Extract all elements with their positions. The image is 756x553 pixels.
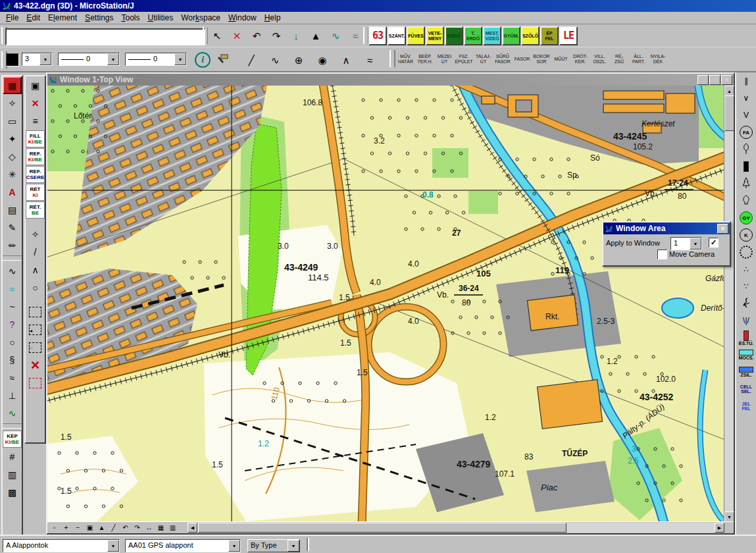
menu-item-window[interactable]: Window <box>226 13 262 23</box>
feature-button-7[interactable]: FASOR <box>513 49 532 70</box>
update-view-button[interactable]: ▣ <box>26 76 45 94</box>
scrollbar-thumb[interactable] <box>198 523 567 533</box>
feature-button-5[interactable]: TALAJ-ÚT <box>474 49 493 70</box>
scrollbar-thumb[interactable] <box>724 95 734 131</box>
view-attributes-icon[interactable]: ▫ <box>49 523 60 532</box>
view-previous-icon[interactable]: ↶ <box>120 523 131 532</box>
fill-toggle-button[interactable]: FILLKI/BE <box>26 130 45 147</box>
image-folder-tool[interactable]: ▥ <box>3 465 22 483</box>
attribute-button-5[interactable]: ERDŐ <box>445 26 463 45</box>
modify-curve-tool[interactable]: ~ <box>3 298 22 315</box>
attribute-button-8[interactable]: GYÜM. <box>502 26 520 45</box>
zigzag-tool[interactable]: ≈ <box>3 369 22 386</box>
feature-button-8[interactable]: BOKORSOR <box>532 49 551 70</box>
map-view[interactable]: 106.8Lőtér3.2Kertészet43-4245105.2SóSp.1… <box>47 86 724 522</box>
menu-item-workspace[interactable]: Workspace <box>178 13 226 23</box>
double-chevron-symbol[interactable]: ∨ <box>736 90 756 107</box>
kep-toggle-button[interactable]: KÉPKI/BE <box>3 430 22 448</box>
dots-symbol[interactable]: ∴ <box>736 261 756 278</box>
color-index-combo[interactable]: 3▼ <box>22 53 52 66</box>
feature-button-1[interactable]: MŰV.HATÁR <box>396 49 415 70</box>
scroll-left-icon[interactable]: ◀ <box>188 523 197 533</box>
feature-button-14[interactable]: NYILA-DÉK <box>649 49 668 70</box>
feature-button-9[interactable]: MŰÚT <box>551 49 570 70</box>
curve-points-icon[interactable]: ∿ <box>326 27 345 45</box>
pattern-fill-tool[interactable]: ▩ <box>3 483 22 501</box>
attribute-button-11[interactable]: LE <box>559 26 578 45</box>
place-circle-tool[interactable]: ○ <box>26 278 45 296</box>
bush-symbol[interactable] <box>736 192 756 209</box>
feature-button-11[interactable]: VILL.OSZL. <box>590 49 609 70</box>
copy-view-tool[interactable]: ◇ <box>3 147 22 165</box>
key-in-field[interactable] <box>5 28 205 45</box>
menu-item-utilities[interactable]: Utilities <box>145 13 179 23</box>
mocs-symbol[interactable]: MOCS. <box>736 346 756 363</box>
copy-element-tool[interactable]: ▤ <box>3 201 22 219</box>
raster-view-icon[interactable]: ▲ <box>307 27 325 45</box>
spline-tool-icon[interactable]: ≈ <box>361 51 379 69</box>
fence-delete-tool[interactable]: ✕ <box>26 356 45 374</box>
feature-button-6[interactable]: SŰRŰFASOR <box>493 49 513 70</box>
lamp-pair-tool[interactable]: ✦ <box>3 130 22 147</box>
valley-symbol[interactable]: V <box>736 107 756 124</box>
redo-icon[interactable]: ↷ <box>267 27 286 45</box>
layer-on-button[interactable]: RÉT.BE <box>26 201 45 219</box>
place-text-tool[interactable]: A <box>3 183 22 201</box>
curve-segment-icon[interactable]: ≈ <box>346 27 365 45</box>
angle-tool-icon[interactable]: ∧ <box>337 51 355 69</box>
attribute-button-6[interactable]: T.ERDŐ <box>464 26 482 45</box>
k-symbol[interactable]: K <box>736 226 756 244</box>
fa-tree-symbol[interactable]: FA <box>736 124 756 141</box>
chevron-down-icon[interactable]: ▼ <box>107 53 119 65</box>
window-number-combo[interactable]: 1 ▼ <box>670 237 702 250</box>
attribute-button-4[interactable]: VETE-MÉNY <box>426 26 444 45</box>
pattern-star-tool[interactable]: ✳ <box>3 165 22 183</box>
fence-contents-tool[interactable] <box>26 338 45 356</box>
attribute-button-10[interactable]: ÉPFEL <box>540 26 559 45</box>
compress-design-tool[interactable]: ▦ <box>3 76 22 94</box>
text-list-button[interactable]: ≡ <box>26 112 45 130</box>
zoom-out-icon[interactable]: − <box>72 523 84 532</box>
feature-button-13[interactable]: ÁLL.PART. <box>629 49 648 70</box>
delete-element-icon[interactable]: ✕ <box>228 27 246 45</box>
chevron-tool[interactable]: ∧ <box>26 261 45 278</box>
deciduous-tree-symbol[interactable] <box>736 141 756 158</box>
line-tool-icon[interactable]: ╱ <box>242 51 261 69</box>
ref-swap-button[interactable]: REF.CSERE <box>26 165 45 183</box>
attribute-button-7[interactable]: MEST.VIZEŐ <box>483 26 501 45</box>
hammer-icon[interactable] <box>213 51 232 69</box>
dots-column-symbol[interactable]: ∵ <box>736 278 756 295</box>
cell-combo[interactable]: AA01 GPS alappont ▼ <box>125 539 241 552</box>
curve-tool-icon[interactable]: ∿ <box>266 51 284 69</box>
scroll-right-icon[interactable]: ▶ <box>715 523 724 533</box>
curve-query-tool[interactable]: ∿ <box>3 262 22 280</box>
fence-rect-tool[interactable] <box>26 303 45 321</box>
green-curve-tool[interactable]: ∿ <box>3 404 22 422</box>
estu-symbol[interactable]: ÉS.TÜ. <box>736 329 756 346</box>
construct-light-line-tool[interactable]: ✧ <box>3 94 22 112</box>
close-icon[interactable]: ✕ <box>721 75 732 85</box>
pine-tree-symbol[interactable] <box>736 175 756 192</box>
app-title-bar[interactable]: 43-422.dgn (3D) - MicroStation/J <box>0 0 756 12</box>
toolbar-grip[interactable] <box>390 50 395 67</box>
menu-item-help[interactable]: Help <box>262 13 286 23</box>
pointer-icon[interactable]: ↖ <box>208 27 226 45</box>
maximize-icon[interactable]: □ <box>709 75 720 85</box>
s-curve-tool[interactable]: § <box>3 351 22 369</box>
grass-symbol[interactable]: \|/ <box>736 312 756 329</box>
attribute-button-1[interactable]: 63 <box>368 26 387 45</box>
jel-fel-button[interactable]: JELFEL <box>736 398 756 415</box>
brush-tool[interactable]: ✏ <box>3 236 22 254</box>
fence-transform-tool[interactable]: # <box>3 448 22 465</box>
menu-item-tools[interactable]: Tools <box>118 13 145 23</box>
feature-button-12[interactable]: RÉ-ZSŰ <box>610 49 629 70</box>
post-symbol[interactable] <box>736 158 756 175</box>
drop-element-tool[interactable]: ⊥ <box>3 386 22 404</box>
chevron-down-icon[interactable]: ▼ <box>690 238 701 250</box>
line-style-combo[interactable]: 0 ▼ <box>58 53 120 66</box>
curve-vertex-tool[interactable]: ≈ <box>3 280 22 298</box>
fence-red-tool[interactable] <box>26 374 45 392</box>
gy-orchard-symbol[interactable]: GY <box>736 209 756 226</box>
render-view-icon[interactable]: ▦ <box>155 523 166 532</box>
pan-view-icon[interactable]: ↔ <box>143 523 155 532</box>
